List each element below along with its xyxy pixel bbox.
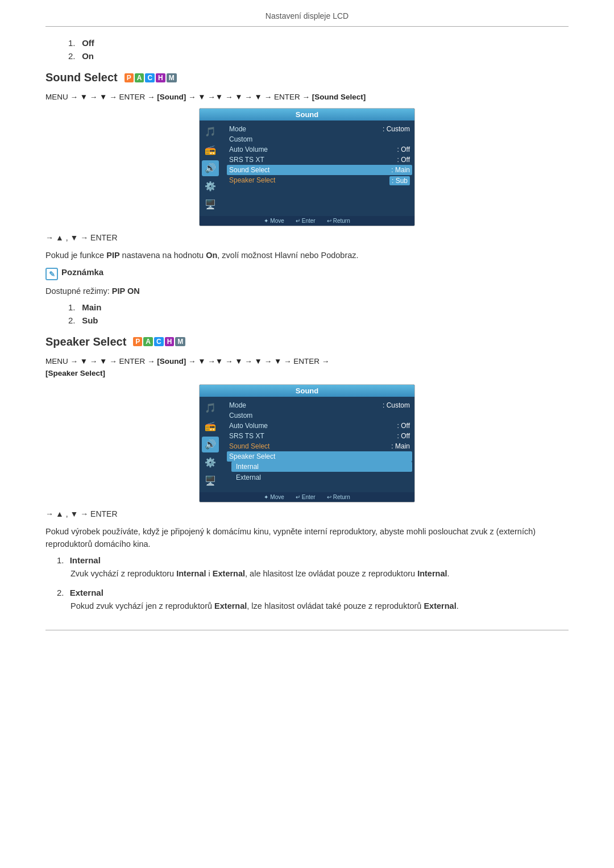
speaker-select-heading: Speaker Select P A C H M xyxy=(45,335,569,348)
menu-rows: Mode : Custom Custom Auto Volume : Off S… xyxy=(227,124,412,213)
internal-desc: Zvuk vychází z reproduktoru Internal i E… xyxy=(70,567,569,580)
list-num: 2. xyxy=(68,315,80,325)
sound-select-arrow: → ▲ , ▼ → ENTER xyxy=(45,233,569,242)
enter-icon: ↵ xyxy=(296,218,300,224)
dropdown-item-external: External xyxy=(231,472,412,483)
speaker-select-menu: Sound 🎵 📻 🔊 ⚙️ 🖥️ Mode : Custom Custom xyxy=(199,384,415,502)
internal-item: 1. Internal Zvuk vychází z reproduktoru … xyxy=(57,555,569,580)
badge-m: M xyxy=(167,73,177,82)
icon-music: 🎵 xyxy=(202,400,219,416)
menu-row-autovolume: Auto Volume : Off xyxy=(227,421,412,431)
row-value: : Main xyxy=(391,166,410,174)
menu-row-autovolume: Auto Volume : Off xyxy=(227,144,412,155)
badge-p: P xyxy=(125,73,134,82)
menu-footer: ✦ Move ↵ Enter ↩ Return xyxy=(200,216,414,226)
row-label: Mode xyxy=(229,125,246,133)
menu-row-custom: Custom xyxy=(227,134,412,144)
sound-select-heading: Sound Select P A C H M xyxy=(45,71,569,84)
row-value: : Custom xyxy=(383,401,410,409)
row-value: : Main xyxy=(391,442,410,450)
icon-equalizer: 📻 xyxy=(202,142,219,158)
icon-gear: ⚙️ xyxy=(202,178,219,194)
row-label: SRS TS XT xyxy=(229,432,264,440)
bottom-divider xyxy=(45,630,569,630)
list-label: Sub xyxy=(82,315,98,325)
menu-row-srs: SRS TS XT : Off xyxy=(227,431,412,441)
note-label: Poznámka xyxy=(61,267,103,277)
badge-c: C xyxy=(154,337,164,346)
arrow-icon: ✦ xyxy=(264,218,268,224)
page-header: Nastavení displeje LCD xyxy=(45,11,569,20)
list-num: 1. xyxy=(68,38,80,48)
list-item: 1. Off xyxy=(68,38,569,48)
footer-label: Move xyxy=(270,218,284,224)
footer-label: Move xyxy=(270,494,284,500)
icon-music: 🎵 xyxy=(202,124,219,140)
icon-settings-active: 🔊 xyxy=(202,437,219,452)
badge-h: H xyxy=(156,73,165,82)
footer-return: ↩ Return xyxy=(327,494,350,500)
menu-body: 🎵 📻 🔊 ⚙️ 🖥️ Mode : Custom Custom Auto Vo… xyxy=(200,397,414,492)
speaker-sub-items: 1. Internal Zvuk vychází z reproduktoru … xyxy=(57,555,569,613)
footer-label: Enter xyxy=(302,218,316,224)
internal-title: Internal xyxy=(70,555,101,565)
menu-rows: Mode : Custom Custom Auto Volume : Off S… xyxy=(227,400,412,489)
footer-enter: ↵ Enter xyxy=(296,494,316,500)
menu-row-soundselect: Sound Select : Main xyxy=(227,165,412,175)
list-label: Main xyxy=(82,302,101,312)
enter-icon: ↵ xyxy=(296,494,300,500)
menu-title: Sound xyxy=(200,109,414,121)
external-desc: Pokud zvuk vychází jen z reproduktorů Ex… xyxy=(70,600,569,612)
nav-bracket: [Sound] xyxy=(157,357,186,366)
list-item: 2. Sub xyxy=(68,315,569,325)
note-box: ✎ Poznámka xyxy=(45,267,569,280)
badge-p: P xyxy=(133,337,142,346)
footer-enter: ↵ Enter xyxy=(296,218,316,224)
arrow-icon: ✦ xyxy=(264,494,268,500)
footer-label: Return xyxy=(333,494,350,500)
note-content: Poznámka xyxy=(61,267,103,277)
top-divider xyxy=(45,26,569,27)
list-num: 2. xyxy=(68,51,80,61)
sound-select-title: Sound Select xyxy=(45,71,118,84)
row-value: : Off xyxy=(397,156,410,164)
row-label: Custom xyxy=(229,412,252,420)
menu-row-soundselect: Sound Select : Main xyxy=(227,441,412,451)
row-value: : Custom xyxy=(383,125,410,133)
row-label: Auto Volume xyxy=(229,146,268,153)
row-label: Speaker Select xyxy=(229,176,275,185)
menu-row-srs: SRS TS XT : Off xyxy=(227,155,412,165)
badge-a: A xyxy=(135,73,144,82)
nav-bracket-end: [Sound Select] xyxy=(312,93,366,101)
menu-icons: 🎵 📻 🔊 ⚙️ 🖥️ xyxy=(202,124,222,213)
dropdown-item-internal: Internal xyxy=(231,462,412,472)
menu-row-mode: Mode : Custom xyxy=(227,400,412,410)
list-num: 1. xyxy=(68,302,80,312)
nav-bracket-end: [Speaker Select] xyxy=(45,369,105,377)
menu-row-mode: Mode : Custom xyxy=(227,124,412,134)
menu-row-speakerselect: Speaker Select xyxy=(227,451,412,462)
sub-dropdown: Internal External xyxy=(231,462,412,483)
icon-settings-active: 🔊 xyxy=(202,160,219,176)
row-value: : Off xyxy=(397,146,410,153)
external-title: External xyxy=(70,588,103,597)
num: 2. xyxy=(57,588,64,597)
icon-info: 🖥️ xyxy=(202,473,219,489)
external-label: 2. External xyxy=(57,588,569,597)
row-label: Mode xyxy=(229,401,246,409)
footer-return: ↩ Return xyxy=(327,218,350,224)
row-value: : Sub xyxy=(389,176,410,185)
sound-select-menu: Sound 🎵 📻 🔊 ⚙️ 🖥️ Mode : Custom Custom xyxy=(199,108,415,226)
icon-equalizer: 📻 xyxy=(202,418,219,434)
row-value: : Off xyxy=(397,422,410,430)
speaker-select-title: Speaker Select xyxy=(45,335,126,348)
list-label: Off xyxy=(82,38,94,48)
badge-a: A xyxy=(143,337,153,346)
menu-row-custom: Custom xyxy=(227,410,412,421)
row-label: Auto Volume xyxy=(229,422,268,430)
sound-select-nav: MENU → ▼ → ▼ → ENTER → [Sound] → ▼ →▼ → … xyxy=(45,91,569,103)
badge-c: C xyxy=(145,73,155,82)
num: 1. xyxy=(57,555,64,565)
speaker-select-arrow: → ▲ , ▼ → ENTER xyxy=(45,509,569,518)
sound-select-body: Pokud je funkce PIP nastavena na hodnotu… xyxy=(45,249,569,261)
